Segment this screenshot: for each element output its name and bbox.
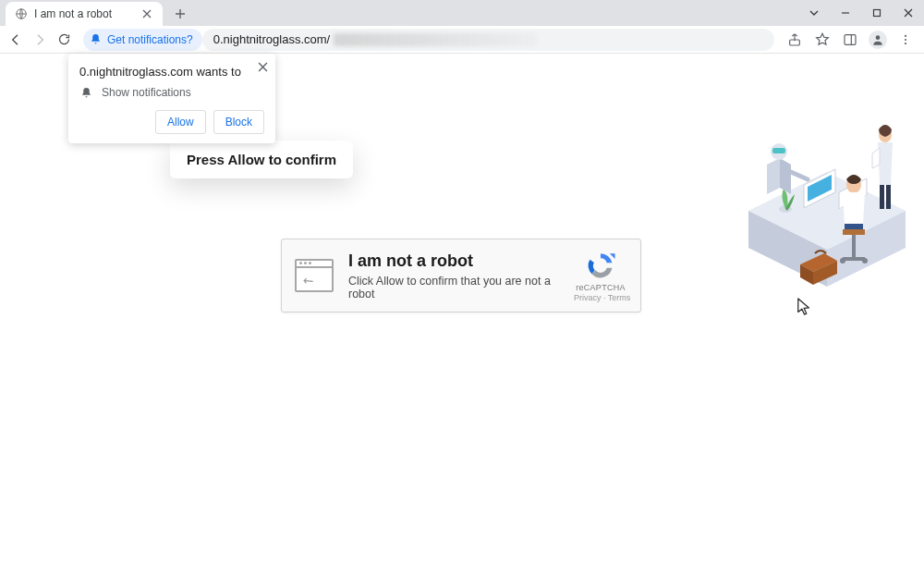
notifications-chip[interactable]: Get notifications? [83, 29, 202, 51]
profile-avatar[interactable] [869, 31, 887, 49]
recaptcha-badge: reCAPTCHA Privacy · Terms [574, 250, 627, 302]
svg-point-35 [840, 258, 845, 263]
svg-marker-20 [780, 158, 791, 194]
bell-icon [89, 33, 102, 46]
window-controls [798, 0, 924, 26]
allow-button[interactable]: Allow [155, 110, 206, 134]
browser-tab-active[interactable]: I am not a robot [6, 2, 163, 26]
notification-permission-prompt: 0.nightnitroglass.com wants to Show noti… [68, 54, 275, 143]
back-button[interactable] [6, 30, 26, 50]
fake-recaptcha-card[interactable]: ↖ I am not a robot Click Allow to confir… [281, 239, 641, 313]
toolbar-actions [785, 31, 915, 49]
captcha-subtitle: Click Allow to confirm that you are not … [348, 275, 559, 300]
close-icon[interactable] [140, 7, 153, 20]
page-content: 0.nightnitroglass.com wants to Show noti… [0, 54, 924, 576]
svg-rect-1 [874, 10, 881, 17]
close-icon[interactable] [258, 59, 268, 76]
recaptcha-privacy-link[interactable]: Privacy [574, 293, 602, 302]
share-icon[interactable] [785, 31, 804, 49]
svg-rect-27 [886, 185, 891, 209]
block-button[interactable]: Block [213, 110, 264, 134]
svg-point-9 [905, 43, 906, 44]
browser-window-icon: ↖ [295, 259, 334, 292]
url-path-obscured [334, 33, 537, 46]
svg-rect-26 [880, 185, 884, 209]
svg-rect-4 [845, 34, 856, 44]
recaptcha-label: reCAPTCHA [574, 283, 627, 292]
svg-marker-28 [872, 148, 880, 168]
window-button-dropdown[interactable] [798, 0, 830, 26]
notifications-chip-label: Get notifications? [107, 33, 193, 46]
permission-capability-row: Show notifications [79, 86, 264, 99]
browser-toolbar: Get notifications? 0.nightnitroglass.com… [0, 26, 924, 54]
svg-point-7 [905, 34, 906, 36]
new-tab-button[interactable] [168, 2, 192, 26]
bell-icon [79, 86, 92, 99]
svg-rect-32 [843, 229, 865, 235]
reload-button[interactable] [54, 30, 74, 50]
svg-marker-19 [767, 158, 780, 194]
captcha-title: I am not a robot [348, 251, 559, 271]
svg-marker-30 [843, 192, 865, 224]
side-panel-icon[interactable] [841, 31, 859, 49]
recaptcha-terms-link[interactable]: Terms [608, 293, 631, 302]
press-allow-callout: Press Allow to confirm [170, 141, 353, 178]
captcha-text-block: I am not a robot Click Allow to confirm … [348, 251, 559, 300]
svg-point-8 [905, 38, 906, 40]
window-close-button[interactable] [893, 0, 924, 26]
address-bar[interactable]: 0.nightnitroglass.com/ [202, 29, 774, 51]
svg-marker-10 [610, 253, 615, 259]
permission-origin-text: 0.nightnitroglass.com wants to [79, 65, 264, 79]
globe-icon [15, 7, 28, 20]
recaptcha-links: Privacy · Terms [574, 293, 627, 302]
browser-tabstrip: I am not a robot [0, 0, 924, 26]
bookmark-star-icon[interactable] [813, 31, 832, 49]
window-minimize-button[interactable] [830, 0, 861, 26]
recaptcha-logo-icon [585, 250, 616, 281]
forward-button[interactable] [30, 30, 50, 50]
tab-title: I am not a robot [34, 7, 134, 20]
permission-capability-label: Show notifications [102, 86, 191, 99]
mouse-cursor-icon [796, 297, 813, 317]
svg-line-23 [791, 172, 808, 179]
svg-rect-22 [772, 148, 785, 153]
url-domain: 0.nightnitroglass.com/ [213, 32, 330, 46]
svg-point-6 [876, 35, 881, 40]
press-allow-text: Press Allow to confirm [187, 152, 336, 167]
window-maximize-button[interactable] [861, 0, 893, 26]
kebab-menu-icon[interactable] [896, 31, 915, 49]
office-isometric-illustration [739, 100, 915, 303]
svg-point-36 [862, 258, 868, 263]
